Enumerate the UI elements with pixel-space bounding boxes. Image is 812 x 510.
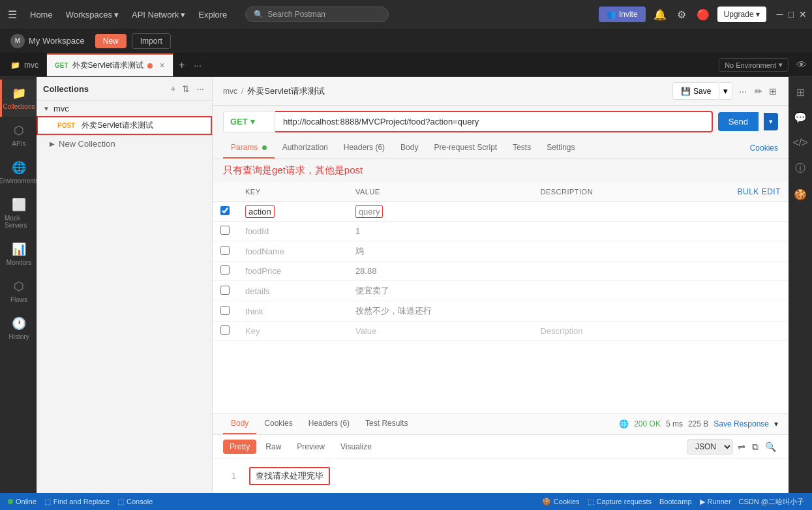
tab-close-icon[interactable]: ✕ — [159, 61, 165, 70]
sidebar-item-collections[interactable]: 📁 Collections — [0, 80, 36, 117]
row-checkbox-5[interactable] — [220, 306, 230, 315]
sidebar-label-apis: APIs — [12, 140, 25, 147]
runner-button[interactable]: ▶ Runner — [700, 497, 731, 507]
menu-icon[interactable]: ☰ — [5, 6, 20, 23]
desc-cell-empty[interactable]: Description — [532, 322, 670, 341]
save-button[interactable]: 💾 Save — [672, 82, 719, 100]
mock-servers-icon: ⬜ — [12, 198, 26, 212]
sidebar-item-apis[interactable]: ⬡ APIs — [0, 117, 36, 154]
bottom-right: 🍪 Cookies ⬚ Capture requests Bootcamp ▶ … — [542, 497, 804, 507]
right-icon-info[interactable]: ⓘ — [791, 158, 809, 179]
minimize-button[interactable]: ─ — [777, 9, 783, 20]
save-response-button[interactable]: Save Response — [714, 419, 769, 428]
nav-api-network[interactable]: API Network ▾ — [127, 7, 190, 22]
close-button[interactable]: ✕ — [799, 9, 807, 20]
search-response-button[interactable]: 🔍 — [763, 440, 778, 454]
sidebar-item-history[interactable]: 🕐 History — [0, 310, 36, 347]
console-button[interactable]: ⬚ Console — [117, 498, 153, 506]
tab-tests[interactable]: Tests — [505, 138, 539, 158]
import-button[interactable]: Import — [132, 33, 171, 49]
method-selector[interactable]: GET ▾ — [223, 111, 275, 132]
resp-content-tab-visualize[interactable]: Visualize — [334, 440, 378, 454]
wrap-icon[interactable]: ⇌ — [736, 440, 747, 454]
maximize-button[interactable]: □ — [789, 9, 794, 20]
main-layout: 📁 Collections ⬡ APIs 🌐 Environments ⬜ Mo… — [0, 77, 812, 493]
settings-icon[interactable]: ⚙ — [674, 6, 689, 23]
globe-icon: 🌐 — [619, 419, 629, 428]
breadcrumb-more-button[interactable]: ··· — [736, 83, 749, 99]
resp-content-tab-raw[interactable]: Raw — [259, 440, 288, 454]
sidebar-item-environments[interactable]: 🌐 Environments — [0, 154, 36, 191]
more-options-button[interactable]: ··· — [195, 82, 205, 95]
sidebar-item-monitors[interactable]: 📊 Monitors — [0, 235, 36, 273]
nav-home[interactable]: Home — [25, 7, 58, 22]
sort-button[interactable]: ⇅ — [181, 82, 191, 95]
collections-panel: Collections + ⇅ ··· ▼ mvc POST 外卖Servlet… — [37, 77, 213, 493]
collection-mvc[interactable]: ▼ mvc — [37, 101, 212, 116]
save-dropdown-button[interactable]: ▾ — [719, 82, 732, 100]
tab-pre-request[interactable]: Pre-request Script — [426, 138, 505, 158]
right-icon-pane[interactable]: ⊞ — [792, 82, 809, 102]
avatar-icon[interactable]: 🔴 — [694, 6, 712, 23]
tab-headers[interactable]: Headers (6) — [336, 138, 393, 158]
send-button[interactable]: Send — [718, 112, 759, 131]
sidebar-item-flows[interactable]: ⬡ Flows — [0, 273, 36, 310]
tab-request[interactable]: GET 外卖Servlet请求测试 ✕ — [47, 53, 173, 76]
panel-header: Collections + ⇅ ··· — [37, 77, 212, 101]
bootcamp-button[interactable]: Bootcamp — [659, 497, 692, 507]
capture-requests-button[interactable]: ⬚ Capture requests — [588, 497, 652, 507]
new-button[interactable]: New — [95, 34, 127, 48]
value-cell-empty[interactable]: Value — [348, 322, 533, 341]
edit-icon[interactable]: ✏ — [753, 85, 764, 98]
upgrade-button[interactable]: Upgrade ▾ — [717, 7, 766, 22]
tab-params[interactable]: Params — [223, 138, 275, 158]
notifications-icon[interactable]: 🔔 — [651, 6, 669, 23]
right-icon-cookie[interactable]: 🍪 — [790, 185, 811, 205]
right-icon-code[interactable]: </> — [789, 133, 811, 153]
search-icon: 🔍 — [254, 10, 263, 19]
bulk-edit-button[interactable]: Bulk Edit — [737, 187, 781, 196]
nav-workspaces[interactable]: Workspaces ▾ — [61, 7, 124, 22]
resp-tab-body[interactable]: Body — [223, 413, 256, 434]
more-tabs-button[interactable]: ··· — [190, 60, 205, 70]
new-tab-button[interactable]: + — [173, 59, 190, 71]
resp-tab-test-results[interactable]: Test Results — [357, 413, 415, 434]
request-item-0[interactable]: POST 外卖Servlet请求测试 — [37, 116, 212, 135]
search-bar[interactable]: 🔍 Search Postman — [245, 7, 389, 22]
resp-content-tab-pretty[interactable]: Pretty — [223, 440, 256, 454]
nav-explore[interactable]: Explore — [193, 7, 232, 22]
sidebar-item-mock-servers[interactable]: ⬜ Mock Servers — [0, 191, 36, 235]
new-collection-item[interactable]: ▶ New Collection — [37, 135, 212, 153]
row-checkbox-1[interactable] — [220, 226, 230, 235]
format-select[interactable]: JSON XML Text — [687, 439, 733, 455]
find-replace-button[interactable]: ⬚ Find and Replace — [44, 498, 110, 506]
tab-authorization[interactable]: Authorization — [275, 138, 336, 158]
split-view-icon[interactable]: ⊞ — [768, 85, 778, 98]
resp-tab-cookies[interactable]: Cookies — [256, 413, 300, 434]
resp-content-tab-preview[interactable]: Preview — [290, 440, 331, 454]
breadcrumb-parent[interactable]: mvc — [223, 87, 237, 96]
cookies-link[interactable]: Cookies — [750, 143, 778, 153]
key-cell-empty[interactable]: Key — [237, 322, 348, 341]
invite-button[interactable]: 👥 Invite — [599, 7, 646, 22]
workspace-selector[interactable]: M My Workspace — [5, 31, 90, 51]
row-checkbox-empty[interactable] — [220, 325, 230, 335]
copy-response-button[interactable]: ⧉ — [750, 440, 760, 455]
add-collection-button[interactable]: + — [169, 82, 177, 95]
cookies-bottom-button[interactable]: 🍪 Cookies — [542, 497, 580, 507]
url-input[interactable] — [275, 111, 713, 132]
right-icon-comment[interactable]: 💬 — [790, 108, 811, 128]
table-row: action query — [213, 202, 789, 222]
tab-body[interactable]: Body — [393, 138, 426, 158]
row-checkbox-0[interactable] — [220, 206, 230, 215]
resp-tab-headers[interactable]: Headers (6) — [301, 413, 357, 434]
tab-mvc[interactable]: 📁 mvc — [3, 53, 47, 76]
panel-title: Collections — [43, 84, 89, 94]
row-checkbox-2[interactable] — [220, 246, 230, 255]
tab-settings[interactable]: Settings — [539, 138, 582, 158]
send-dropdown-button[interactable]: ▾ — [764, 113, 778, 130]
environment-selector[interactable]: No Environment ▾ — [719, 58, 789, 72]
eye-icon[interactable]: 👁 — [794, 57, 809, 74]
row-checkbox-4[interactable] — [220, 286, 230, 295]
row-checkbox-3[interactable] — [220, 265, 230, 275]
